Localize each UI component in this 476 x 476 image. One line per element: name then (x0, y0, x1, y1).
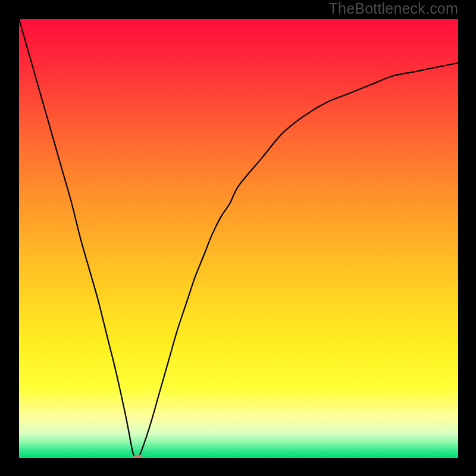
gradient-background (19, 19, 458, 458)
plot-area (19, 19, 458, 458)
bottleneck-chart: TheBottleneck.com (0, 0, 476, 476)
chart-svg (19, 19, 458, 458)
watermark-text: TheBottleneck.com (329, 0, 458, 17)
